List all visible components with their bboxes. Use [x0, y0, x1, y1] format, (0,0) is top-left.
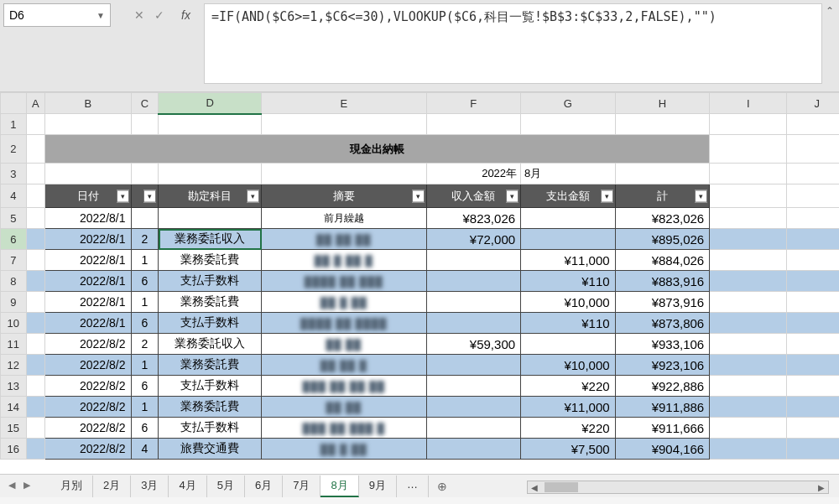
sheet-tab-8月[interactable]: 8月	[320, 475, 358, 497]
add-sheet-button[interactable]: ⊕	[429, 477, 456, 496]
column-header-G[interactable]: G	[521, 93, 616, 114]
cell-total[interactable]: ¥933,106	[615, 334, 710, 355]
year-label[interactable]: 2022年	[426, 164, 521, 184]
cell-income[interactable]	[426, 271, 521, 292]
tab-nav-arrows[interactable]: ◀ ▶	[5, 478, 34, 492]
cell-expense[interactable]: ¥110	[521, 313, 616, 334]
cell-total[interactable]: ¥911,666	[615, 418, 710, 439]
horizontal-scrollbar[interactable]: ◀ ▶	[527, 481, 829, 494]
sheet-tab-3月[interactable]: 3月	[131, 475, 169, 497]
row-header-10[interactable]: 10	[1, 313, 27, 334]
cell[interactable]	[787, 439, 839, 460]
cell[interactable]	[710, 229, 787, 250]
row-header-14[interactable]: 14	[1, 397, 27, 418]
cell[interactable]	[787, 229, 839, 250]
sheet-tab-7月[interactable]: 7月	[283, 475, 320, 497]
sheet-tab-2月[interactable]: 2月	[93, 475, 131, 497]
cell-total[interactable]: ¥922,886	[615, 376, 710, 397]
cell-expense[interactable]: ¥110	[521, 271, 616, 292]
cell-code[interactable]	[131, 208, 159, 229]
row-header-1[interactable]: 1	[1, 114, 27, 135]
filter-btn-expense[interactable]	[601, 190, 613, 202]
fx-icon[interactable]: fx	[181, 8, 190, 22]
cell[interactable]	[710, 355, 787, 376]
scrollbar-thumb[interactable]	[545, 482, 578, 492]
cell-income[interactable]: ¥59,300	[426, 334, 521, 355]
cell[interactable]	[615, 114, 710, 135]
cell[interactable]	[787, 376, 839, 397]
filter-btn-income[interactable]	[506, 190, 519, 202]
row-header-13[interactable]: 13	[1, 376, 27, 397]
cell-code[interactable]: 1	[131, 397, 159, 418]
cell-desc[interactable]: 前月繰越	[262, 208, 426, 229]
column-header-D[interactable]: D	[159, 93, 262, 114]
header-total[interactable]: 計	[615, 184, 710, 208]
cell-income[interactable]: ¥72,000	[426, 229, 521, 250]
cell[interactable]	[787, 164, 839, 184]
cell-account[interactable]	[159, 208, 262, 229]
cell[interactable]	[710, 135, 787, 164]
tab-next-icon[interactable]: ▶	[20, 478, 34, 492]
cell-code[interactable]: 6	[131, 418, 159, 439]
cell-date[interactable]: 2022/8/2	[45, 376, 131, 397]
sheet-tab-9月[interactable]: 9月	[359, 475, 397, 497]
row-header-15[interactable]: 15	[1, 418, 27, 439]
header-account[interactable]: 勘定科目	[159, 184, 262, 208]
cell-date[interactable]: 2022/8/1	[45, 292, 131, 313]
row-header-2[interactable]: 2	[1, 135, 27, 164]
column-header-B[interactable]: B	[45, 93, 131, 114]
cell-total[interactable]: ¥873,806	[615, 313, 710, 334]
cell-date[interactable]: 2022/8/1	[45, 208, 131, 229]
row-header-3[interactable]: 3	[1, 164, 27, 184]
sheet-tab-6月[interactable]: 6月	[245, 475, 283, 497]
cell-account[interactable]: 支払手数料	[159, 271, 262, 292]
cell[interactable]	[131, 114, 159, 135]
cell[interactable]	[710, 397, 787, 418]
cell[interactable]	[787, 397, 839, 418]
cell-account[interactable]: 業務委託収入	[159, 334, 262, 355]
cell[interactable]	[710, 164, 787, 184]
worksheet-grid[interactable]: ABCDEFGHIJ12現金出納帳32022年8月4日付勘定科目摘要収入金額支出…	[0, 92, 839, 474]
cell[interactable]	[131, 164, 159, 184]
cell-account[interactable]: 業務委託収入	[159, 229, 262, 250]
cell-total[interactable]: ¥923,106	[615, 355, 710, 376]
cell[interactable]	[787, 208, 839, 229]
scroll-left-icon[interactable]: ◀	[528, 483, 541, 492]
cell-expense[interactable]: ¥11,000	[521, 250, 616, 271]
cell-desc[interactable]: ████ ██ ████	[262, 313, 426, 334]
cell[interactable]	[710, 208, 787, 229]
row-header-8[interactable]: 8	[1, 271, 27, 292]
cell[interactable]	[710, 250, 787, 271]
column-header-H[interactable]: H	[615, 93, 710, 114]
column-header-A[interactable]: A	[26, 93, 45, 114]
cell-desc[interactable]: ████ ██ ███	[262, 271, 426, 292]
filter-btn-date[interactable]	[117, 190, 129, 202]
cell[interactable]	[787, 135, 839, 164]
cell-total[interactable]: ¥904,166	[615, 439, 710, 460]
cell[interactable]	[710, 376, 787, 397]
cell-desc[interactable]: ███ ██ ██ ██	[262, 376, 426, 397]
cell-code[interactable]: 4	[131, 439, 159, 460]
cell-total[interactable]: ¥873,916	[615, 292, 710, 313]
cell-income[interactable]	[426, 376, 521, 397]
column-header-E[interactable]: E	[262, 93, 426, 114]
cell[interactable]	[262, 164, 426, 184]
cell-income[interactable]	[426, 418, 521, 439]
cell-desc[interactable]: ██ ██	[262, 334, 426, 355]
name-box[interactable]: D6 ▼	[3, 3, 111, 27]
cell-income[interactable]	[426, 439, 521, 460]
cell-expense[interactable]	[521, 229, 616, 250]
cell-total[interactable]: ¥883,916	[615, 271, 710, 292]
cell-code[interactable]: 1	[131, 250, 159, 271]
accept-icon[interactable]: ✓	[154, 8, 164, 22]
cell-total[interactable]: ¥884,026	[615, 250, 710, 271]
cell-date[interactable]: 2022/8/1	[45, 313, 131, 334]
filter-btn-code[interactable]	[143, 190, 156, 202]
cell-account[interactable]: 支払手数料	[159, 418, 262, 439]
cell[interactable]	[787, 313, 839, 334]
cell-expense[interactable]: ¥7,500	[521, 439, 616, 460]
cell-desc[interactable]: ██ █ ██	[262, 439, 426, 460]
cell[interactable]	[426, 114, 521, 135]
cell-income[interactable]	[426, 397, 521, 418]
cell-income[interactable]	[426, 292, 521, 313]
